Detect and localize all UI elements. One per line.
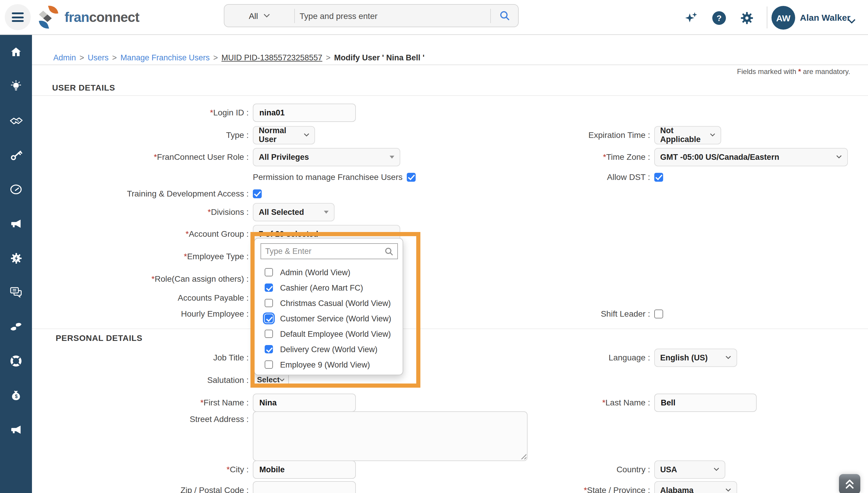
scroll-to-top-button[interactable] [839,474,860,493]
franconnect-logo[interactable]: franconnect [37,5,139,29]
dropdown-option-christmas-casual[interactable]: Christmas Casual (World View) [255,295,403,311]
megaphone-icon [9,217,22,230]
dropdown-option-default-employee[interactable]: Default Employee (World View) [255,326,403,342]
dropdown-option-cashier[interactable]: Cashier (Aero Mart FC) [255,280,403,295]
chevron-down-icon [710,133,715,137]
chevron-down-icon [263,14,270,18]
field-row-divisions: *Divisions : All Selected [91,202,335,221]
sidebar-item-marketing[interactable] [0,207,32,241]
svg-text:$: $ [15,393,17,399]
shift-leader-checkbox[interactable] [654,309,663,318]
allow-dst-checkbox[interactable] [654,173,663,181]
field-row-salutation: Salutation : [91,370,249,389]
field-row-city: *City : [91,460,356,479]
dropdown-option-delivery-crew[interactable]: Delivery Crew (World View) [255,342,403,357]
street-address-label: Street Address : [91,414,249,424]
city-input[interactable] [253,460,356,478]
role-assign-label: *Role(Can assign others) : [91,274,249,283]
sidebar-item-automation[interactable] [0,241,32,275]
hourly-employee-label: Hourly Employee : [91,309,249,318]
option-label: Admin (World View) [280,268,351,277]
last-name-label: *Last Name : [512,398,650,407]
time-zone-select[interactable]: GMT -05:00 US/Canada/Eastern [654,148,848,166]
user-name[interactable]: Alan Walker [800,13,850,22]
login-id-input[interactable] [253,103,356,122]
sidebar-item-announcements[interactable] [0,412,32,447]
option-checkbox[interactable] [264,268,273,276]
search-scope-dropdown[interactable]: All [225,5,294,27]
search-icon [499,10,510,21]
field-row-state: *State / Province : Alabama [512,480,737,493]
dropdown-option-admin[interactable]: Admin (World View) [255,264,403,280]
training-access-checkbox[interactable] [253,189,262,198]
option-label: Delivery Crew (World View) [280,345,378,353]
option-checkbox[interactable] [264,314,273,323]
avatar[interactable]: AW [771,6,795,29]
last-name-input[interactable] [654,393,757,412]
employee-type-label: *Employee Type : [91,252,249,261]
dropdown-options-list: Admin (World View) Cashier (Aero Mart FC… [255,264,403,372]
chevron-down-icon [848,19,855,24]
sidebar-item-messages[interactable] [0,275,32,309]
section-title-user-details: USER DETAILS [52,83,115,92]
breadcrumb-separator: > [213,53,218,62]
permission-manage-label: Permission to manage Franchisee Users [253,172,403,182]
home-icon [9,46,22,59]
option-checkbox[interactable] [264,330,273,338]
chevron-down-icon [725,356,731,359]
country-select[interactable]: USA [654,460,725,478]
option-checkbox[interactable] [264,345,273,353]
dropdown-search-input[interactable] [261,247,384,256]
option-checkbox[interactable] [264,283,273,292]
ai-assistant-button[interactable] [684,10,699,28]
street-address-textarea[interactable] [253,411,528,461]
sidebar-item-home[interactable] [0,35,32,69]
hamburger-menu-button[interactable] [5,4,31,30]
zip-input[interactable] [253,481,356,493]
sidebar-item-ideas[interactable] [0,69,32,104]
breadcrumb-admin[interactable]: Admin [53,53,76,62]
option-checkbox[interactable] [264,299,273,307]
help-button[interactable]: ? [712,10,726,28]
sidebar-item-support[interactable] [0,344,32,378]
first-name-input[interactable] [253,393,356,412]
breadcrumb-manage-franchise-users[interactable]: Manage Franchise Users [121,53,210,62]
sidebar-item-finance[interactable]: $ [0,378,32,412]
chat-icon [9,285,23,299]
state-select[interactable]: Alabama [654,481,737,493]
gear-icon [740,10,754,25]
breadcrumb-muid[interactable]: MUID PID-13855723258557 [221,53,322,62]
breadcrumb-users[interactable]: Users [88,53,109,62]
permission-manage-checkbox[interactable] [407,173,416,181]
field-row-language: Language : English (US) [512,348,737,367]
employee-type-dropdown-panel: Admin (World View) Cashier (Aero Mart FC… [254,238,403,375]
language-select[interactable]: English (US) [654,348,737,367]
dropdown-option-customer-service[interactable]: Customer Service (World View) [255,311,403,326]
sidebar-item-access-keys[interactable] [0,138,32,172]
search-button[interactable] [491,5,518,27]
chevron-down-icon [714,468,719,471]
user-menu-chevron[interactable] [848,15,855,26]
dropdown-option-employee-9[interactable]: Employee 9 (World View) [255,357,403,372]
type-select[interactable]: Normal User [253,126,315,144]
field-row-hourly-employee: Hourly Employee : [91,304,249,323]
main-content: Admin > Users > Manage Franchise Users >… [32,35,868,493]
expiration-time-select[interactable]: Not Applicable [654,126,721,144]
user-role-label: *FranConnect User Role : [91,152,249,162]
sidebar-item-partnerships[interactable] [0,104,32,138]
field-row-last-name: *Last Name : [512,393,757,412]
search-input[interactable] [295,5,490,27]
expiration-time-label: Expiration Time : [512,130,650,140]
breadcrumb-separator: > [112,53,117,62]
divisions-multiselect[interactable]: All Selected [253,203,335,221]
option-checkbox[interactable] [264,360,273,369]
money-bag-icon: $ [9,388,23,402]
settings-button[interactable] [740,10,754,28]
time-zone-label: *Time Zone : [512,152,650,162]
account-group-label: *Account Group : [91,229,249,238]
sidebar-item-sky[interactable] [0,309,32,344]
sidebar-item-performance[interactable] [0,172,32,207]
user-role-multiselect[interactable]: All Privileges [253,148,400,166]
job-title-label: Job Title : [91,353,249,362]
field-row-country: Country : USA [512,460,725,479]
